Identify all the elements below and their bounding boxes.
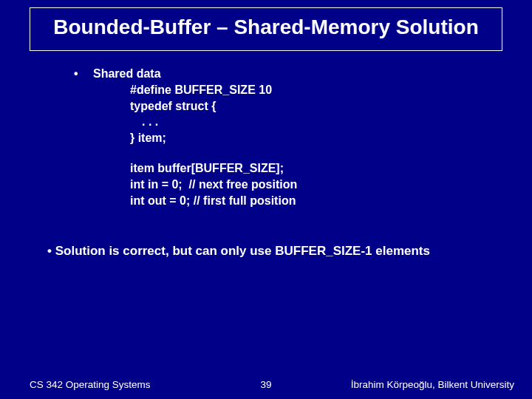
blank-line [130, 146, 488, 160]
code-line-in: int in = 0; // next free position [130, 177, 488, 193]
title-box: Bounded-Buffer – Shared-Memory Solution [30, 7, 502, 51]
note-line: • Solution is correct, but can only use … [47, 244, 495, 259]
content-area: • Shared data #define BUFFER_SIZE 10 typ… [74, 67, 488, 208]
slide-title: Bounded-Buffer – Shared-Memory Solution [39, 14, 493, 40]
code-line-ellipsis: . . . [142, 114, 488, 130]
code-line-out: int out = 0; // first full position [130, 193, 488, 209]
bullet-dot: • [74, 67, 93, 81]
note-bullet: • [47, 244, 55, 258]
code-line-item: } item; [130, 130, 488, 146]
bullet-label: Shared data [93, 67, 488, 81]
code-block: #define BUFFER_SIZE 10 typedef struct { … [130, 82, 488, 208]
code-line-define: #define BUFFER_SIZE 10 [130, 82, 488, 98]
note-text: Solution is correct, but can only use BU… [55, 244, 430, 258]
footer-left: CS 342 Operating Systems [30, 379, 151, 390]
footer-right: İbrahim Körpeoğlu, Bilkent University [351, 379, 514, 390]
code-line-buffer: item buffer[BUFFER_SIZE]; [130, 160, 488, 177]
code-line-typedef: typedef struct { [130, 98, 488, 115]
footer: CS 342 Operating Systems 39 İbrahim Körp… [0, 379, 532, 390]
bullet-row: • Shared data [74, 67, 488, 81]
footer-page-number: 39 [260, 379, 271, 390]
